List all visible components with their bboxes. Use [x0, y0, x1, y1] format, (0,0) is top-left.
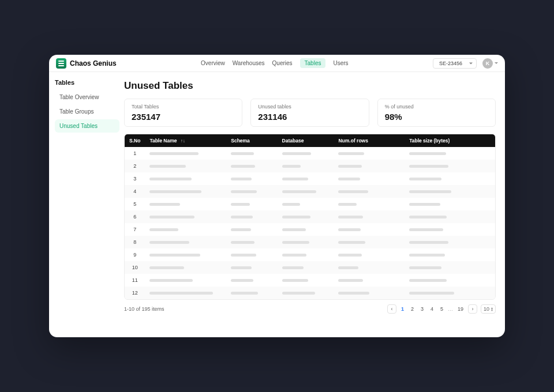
main: Unused Tables Total Tables235147Unused t…	[124, 72, 505, 337]
cell-rows	[334, 172, 405, 185]
table-row[interactable]: 1	[125, 147, 495, 160]
table-row[interactable]: 9	[125, 248, 495, 261]
col-database[interactable]: Database	[278, 134, 334, 147]
nav-queries[interactable]: Queries	[272, 60, 293, 66]
table-row[interactable]: 7	[125, 223, 495, 236]
brand: Chaos Genius	[56, 58, 117, 69]
stat-label: % of unused	[385, 104, 488, 110]
cell-name	[145, 210, 226, 223]
col-schema[interactable]: Schema	[226, 134, 277, 147]
stat-card: Total Tables235147	[124, 99, 242, 127]
cell-rows	[334, 147, 405, 160]
table-wrap: S.No Table Name ↑↓ Schema Database Num.o…	[124, 134, 496, 300]
stat-value: 235147	[132, 112, 235, 122]
table-row[interactable]: 12	[125, 287, 495, 299]
nav-users[interactable]: Users	[333, 60, 348, 66]
cell-size	[405, 172, 495, 185]
app-window: Chaos Genius Overview Warehouses Queries…	[49, 55, 505, 337]
cell-sno: 10	[125, 261, 145, 274]
pager-row: 1-10 of 195 items ‹ 12345 … 19 › 10 ▴▾	[124, 304, 496, 314]
cell-database	[278, 236, 334, 248]
table-row[interactable]: 5	[125, 198, 495, 210]
cell-size	[405, 223, 495, 236]
cell-size	[405, 210, 495, 223]
cell-rows	[334, 223, 405, 236]
page-title: Unused Tables	[124, 80, 496, 92]
page-number[interactable]: 5	[439, 306, 444, 312]
sidebar-item[interactable]: Table Overview	[55, 91, 119, 104]
cell-size	[405, 287, 495, 299]
cell-name	[145, 236, 226, 248]
page-number[interactable]: 3	[420, 306, 425, 312]
cell-size	[405, 185, 495, 198]
table-row[interactable]: 8	[125, 236, 495, 248]
cell-schema	[226, 274, 277, 287]
cell-sno: 2	[125, 160, 145, 172]
cell-rows	[334, 248, 405, 261]
cell-sno: 3	[125, 172, 145, 185]
account-select[interactable]: SE-23456	[433, 58, 477, 69]
table-row[interactable]: 2	[125, 160, 495, 172]
nav-overview[interactable]: Overview	[201, 60, 225, 66]
unused-tables-table: S.No Table Name ↑↓ Schema Database Num.o…	[125, 134, 495, 299]
body: Tables Table OverviewTable GroupsUnused …	[49, 72, 505, 337]
cell-rows	[334, 210, 405, 223]
cell-database	[278, 287, 334, 299]
cell-sno: 11	[125, 274, 145, 287]
top-right: SE-23456 K	[433, 58, 498, 69]
cell-rows	[334, 287, 405, 299]
cell-database	[278, 274, 334, 287]
cell-sno: 9	[125, 248, 145, 261]
cell-name	[145, 287, 226, 299]
cell-database	[278, 210, 334, 223]
cell-sno: 4	[125, 185, 145, 198]
page-size-select[interactable]: 10 ▴▾	[481, 304, 496, 314]
cell-name	[145, 147, 226, 160]
account-id: SE-23456	[439, 61, 462, 66]
cell-name	[145, 261, 226, 274]
brand-name: Chaos Genius	[70, 59, 117, 67]
cell-schema	[226, 198, 277, 210]
cell-sno: 12	[125, 287, 145, 299]
cell-schema	[226, 185, 277, 198]
page-number[interactable]: 2	[410, 306, 415, 312]
cell-schema	[226, 147, 277, 160]
next-page-button[interactable]: ›	[468, 304, 477, 314]
stat-label: Total Tables	[132, 104, 235, 110]
cell-sno: 6	[125, 210, 145, 223]
sidebar-item[interactable]: Unused Tables	[55, 119, 119, 133]
page-number[interactable]: 4	[429, 306, 435, 312]
col-rows[interactable]: Num.of rows	[334, 134, 405, 147]
prev-page-button[interactable]: ‹	[387, 304, 396, 314]
table-row[interactable]: 6	[125, 210, 495, 223]
cell-rows	[334, 236, 405, 248]
cell-schema	[226, 160, 277, 172]
table-row[interactable]: 10	[125, 261, 495, 274]
cell-name	[145, 172, 226, 185]
last-page[interactable]: 19	[456, 306, 465, 312]
cell-database	[278, 198, 334, 210]
cell-name	[145, 198, 226, 210]
sort-icon: ↑↓	[181, 138, 185, 144]
cell-schema	[226, 172, 277, 185]
topbar: Chaos Genius Overview Warehouses Queries…	[49, 55, 505, 72]
col-name[interactable]: Table Name ↑↓	[145, 134, 226, 147]
nav-warehouses[interactable]: Warehouses	[233, 60, 265, 66]
cell-schema	[226, 210, 277, 223]
table-row[interactable]: 3	[125, 172, 495, 185]
user-menu[interactable]: K	[482, 58, 498, 69]
page-number[interactable]: 1	[400, 306, 405, 312]
cell-size	[405, 160, 495, 172]
nav-tables[interactable]: Tables	[300, 58, 326, 68]
cell-database	[278, 172, 334, 185]
cell-database	[278, 160, 334, 172]
cell-rows	[334, 261, 405, 274]
sidebar-item[interactable]: Table Groups	[55, 105, 119, 118]
table-row[interactable]: 11	[125, 274, 495, 287]
cell-name	[145, 248, 226, 261]
top-nav: Overview Warehouses Queries Tables Users	[201, 58, 349, 68]
col-size[interactable]: Table size (bytes)	[405, 134, 495, 147]
table-row[interactable]: 4	[125, 185, 495, 198]
col-sno[interactable]: S.No	[125, 134, 145, 147]
cell-name	[145, 160, 226, 172]
